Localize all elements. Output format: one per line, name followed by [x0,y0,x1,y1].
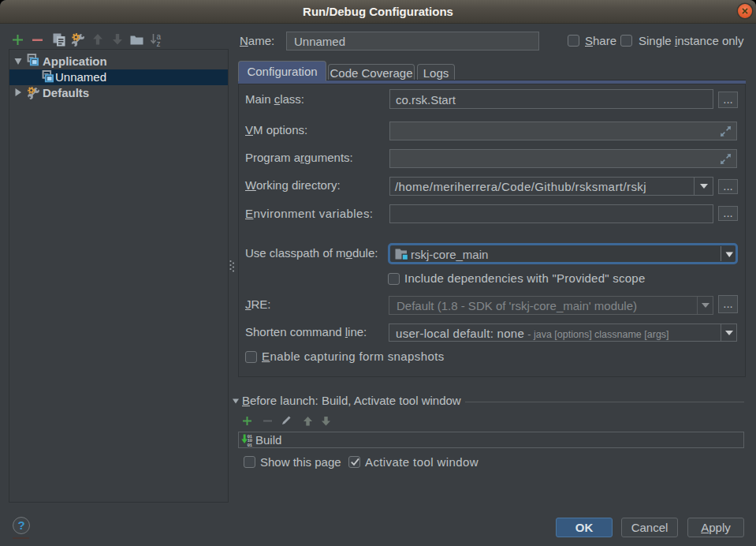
svg-text:01: 01 [248,443,253,447]
svg-text:z: z [157,39,161,47]
